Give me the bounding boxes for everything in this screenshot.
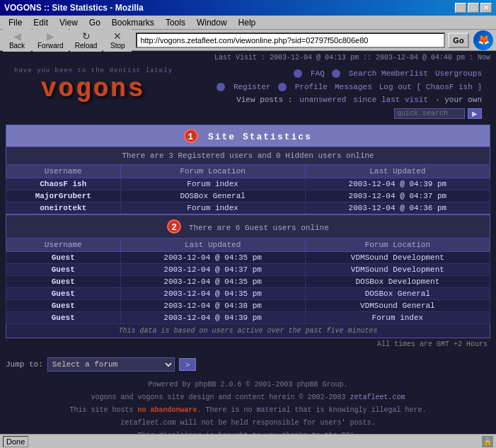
reg-username-0: ChaosF ish (6, 178, 121, 190)
table-row: oneirotekt Forum index 2003-12-04 @ 04:3… (6, 202, 490, 215)
address-bar: Go (136, 33, 469, 48)
section-header: 1 Site Statistics (6, 125, 490, 147)
footer-no-abandonware: no abandonware (137, 406, 197, 414)
registered-col-headers: Username Forum Location Last Updated (6, 165, 490, 178)
nav-area: FAQ Search Memberlist Usergroups Registe… (217, 67, 482, 119)
circle-icon-reg (217, 83, 225, 91)
browser-logo-icon: 🦊 (473, 30, 493, 50)
page-content: Last Visit : 2003-12-04 @ 04:13 pm :: 20… (0, 51, 496, 434)
statusbar: Done 🔒 (0, 434, 496, 448)
view-posts-text: View posts : (236, 93, 292, 107)
circle-icon-prof (278, 83, 287, 91)
forward-button[interactable]: ▶ Forward (33, 28, 69, 52)
footer-vogons-design: vogons and vogons site design and conten… (4, 391, 492, 404)
status-panel: Done (3, 436, 28, 447)
reg-username-1: MajorGrubert (6, 190, 121, 202)
data-note: This data is based on users active over … (6, 324, 490, 338)
main-content: 1 Site Statistics There are 3 Registered… (0, 125, 496, 355)
register-link[interactable]: Register (233, 81, 271, 94)
quick-search-go-button[interactable]: ▶ (468, 108, 482, 119)
reload-icon: ↻ (82, 30, 91, 42)
nav-links-top: FAQ Search Memberlist Usergroups (217, 67, 482, 81)
site-header: have you been to the dentist lately vogo… (0, 62, 496, 125)
menu-go[interactable]: Go (83, 16, 106, 29)
table-row: Guest 2003-12-04 @ 04:38 pm VDMSound Gen… (6, 300, 490, 312)
table-row: Guest 2003-12-04 @ 04:35 pm DOSBox Devel… (6, 276, 490, 288)
circle-icon-search (332, 69, 340, 78)
col-header-updated-guest: Last Updated (120, 239, 305, 252)
reg-forum-0: Forum index (120, 178, 305, 190)
table-row: Guest 2003-12-04 @ 04:37 pm VDMSound Dev… (6, 264, 490, 276)
guest-username-1: Guest (6, 264, 121, 276)
logo-tagline: have you been to the dentist lately (14, 67, 173, 74)
menu-window[interactable]: Window (191, 16, 233, 29)
footer-noaban: This site hosts no abandonware. There is… (4, 404, 492, 417)
guest-forum-1: VDMSound Development (305, 264, 490, 276)
section-title: Site Statistics (208, 132, 312, 142)
table-row: Guest 2003-12-04 @ 04:35 pm VDMSound Dev… (6, 252, 490, 264)
window-titlebar: VOGONS :: Site Statistics - Mozilla _ □ … (0, 0, 496, 16)
reload-label: Reload (75, 42, 98, 50)
address-input[interactable] (136, 33, 445, 48)
reg-updated-1: 2003-12-04 @ 04:37 pm (305, 190, 490, 202)
usergroups-link[interactable]: Usergroups (435, 67, 482, 81)
guest-number-badge: 2 (167, 219, 181, 234)
timezone-note: All times are GMT +2 Hours (6, 338, 490, 349)
your-own-text: · your own (435, 93, 482, 107)
menu-view[interactable]: View (54, 16, 83, 29)
status-text: Done (6, 437, 25, 446)
guest-username-2: Guest (6, 276, 121, 288)
unanswered-link[interactable]: unanswered (299, 93, 346, 107)
menubar: File Edit View Go Bookmarks Tools Window… (0, 16, 496, 30)
profile-link[interactable]: Profile (295, 81, 328, 94)
menu-edit[interactable]: Edit (28, 16, 54, 29)
tray-icons: 🔒 (482, 436, 493, 447)
forward-label: Forward (38, 42, 64, 50)
stop-button[interactable]: ✕ Stop (103, 28, 132, 52)
last-visit-text: Last Visit : 2003-12-04 @ 04:13 pm :: 20… (214, 54, 490, 62)
footer-zeta-resp: zetafleet.com will not be held responsib… (4, 417, 492, 430)
menu-tools[interactable]: Tools (160, 16, 191, 29)
guest-count-text: There are 6 Guest users online (189, 224, 329, 232)
maximize-button[interactable]: □ (468, 3, 479, 13)
forward-arrow-icon: ▶ (47, 30, 54, 42)
logout-link[interactable]: Log out [ ChaosF ish ] (379, 81, 482, 94)
menu-help[interactable]: Help (233, 16, 262, 29)
site-logo[interactable]: vogons (41, 77, 146, 103)
jump-go-button[interactable]: > (179, 358, 196, 371)
go-button[interactable]: Go (448, 33, 469, 48)
reload-button[interactable]: ↻ Reload (70, 28, 103, 52)
close-button[interactable]: ✕ (480, 3, 492, 13)
guest-forum-2: DOSBox Development (305, 276, 490, 288)
window-title: VOGONS :: Site Statistics - Mozilla (4, 3, 144, 13)
messages-link[interactable]: Messages (335, 81, 372, 94)
forum-jump-select[interactable]: Select a forum (47, 357, 175, 372)
table-row: ChaosF ish Forum index 2003-12-04 @ 04:3… (6, 178, 490, 190)
logo-area: have you been to the dentist lately vogo… (14, 67, 173, 103)
search-row: ▶ (217, 108, 482, 119)
guest-updated-0: 2003-12-04 @ 04:35 pm (120, 252, 305, 264)
guest-section-header: 2 There are 6 Guest users online (6, 214, 490, 239)
back-label: Back (9, 42, 25, 50)
reg-username-2: oneirotekt (6, 202, 121, 215)
guest-forum-4: VDMSound General (305, 300, 490, 312)
faq-link[interactable]: FAQ (311, 67, 325, 81)
guest-updated-3: 2003-12-04 @ 04:35 pm (120, 288, 305, 300)
reg-updated-2: 2003-12-04 @ 04:36 pm (305, 202, 490, 215)
minimize-button[interactable]: _ (455, 3, 466, 13)
menu-file[interactable]: File (3, 16, 28, 29)
search-memberlist-link[interactable]: Search Memberlist (349, 67, 428, 81)
stop-label: Stop (110, 42, 125, 50)
since-last-visit-link[interactable]: since last visit (353, 93, 428, 107)
footer-powered: Powered by phpBB 2.0.6 © 2001-2003 phpBB… (4, 379, 492, 391)
quick-search-input[interactable] (394, 108, 465, 119)
logout-text: Log out [ (379, 83, 421, 91)
footer-zetafleet-link[interactable]: zetafleet.com (350, 394, 405, 401)
back-button[interactable]: ◀ Back (3, 28, 31, 52)
menu-bookmarks[interactable]: Bookmarks (106, 16, 160, 29)
table-row: MajorGrubert DOSBox General 2003-12-04 @… (6, 190, 490, 202)
window-controls[interactable]: _ □ ✕ (455, 3, 492, 13)
guest-forum-0: VDMSound Development (305, 252, 490, 264)
col-header-username-guest: Username (6, 239, 121, 252)
col-header-username: Username (6, 165, 121, 178)
